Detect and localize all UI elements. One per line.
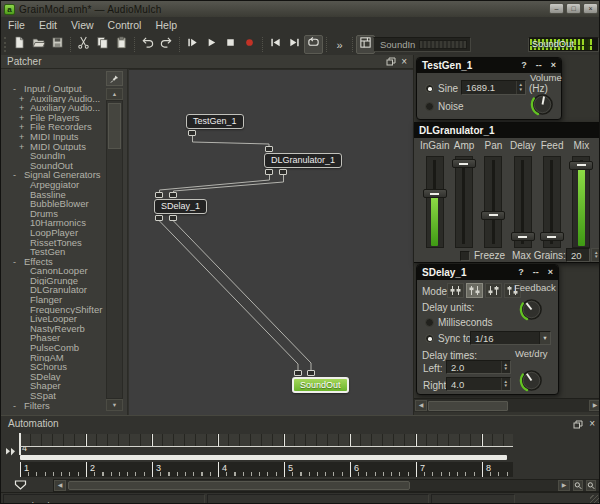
toolbar-grip[interactable] xyxy=(4,37,8,52)
tree-item-10harmonics[interactable]: 10Harmonics xyxy=(1,218,103,228)
timeline-scroll-left[interactable]: ◀ xyxy=(54,480,66,491)
dropdown-arrow-icon[interactable]: ▼ xyxy=(539,332,550,344)
tree-item-arpeggiator[interactable]: Arpeggiator xyxy=(1,180,103,190)
port-dlgranulator-out-l[interactable] xyxy=(265,169,273,175)
spinner-icon[interactable]: ▲▼ xyxy=(501,361,510,373)
new-button[interactable] xyxy=(10,35,29,54)
tree-item-midi-inputs[interactable]: +MIDI Inputs xyxy=(1,132,103,142)
tree-item-digigrunge[interactable]: DigiGrunge xyxy=(1,276,103,286)
mode-button-3[interactable] xyxy=(485,283,502,298)
expand-glyph[interactable]: + xyxy=(19,95,30,104)
tree-item-auxiliary-audio[interactable]: +Auxiliary Audio... xyxy=(1,103,103,113)
panel-sdelay-titlebar[interactable]: SDelay_1 ? -- × xyxy=(417,265,558,280)
sine-radio[interactable] xyxy=(425,84,434,93)
milliseconds-radio[interactable] xyxy=(425,318,434,327)
dock-scroll-right[interactable]: ▶ xyxy=(589,400,600,411)
record-button[interactable] xyxy=(240,35,259,54)
feedback-knob[interactable] xyxy=(519,297,544,324)
tree-item-loopplayer[interactable]: LoopPlayer xyxy=(1,228,103,238)
close-panel-button[interactable]: × xyxy=(548,268,553,277)
overflow-button[interactable]: » xyxy=(330,35,349,54)
zoom-in-button[interactable] xyxy=(573,480,583,491)
tree-item-drums[interactable]: Drums xyxy=(1,209,103,219)
tree-item-flanger[interactable]: Flanger xyxy=(1,295,103,305)
tree-item-dlgranulator[interactable]: DLGranulator xyxy=(1,285,103,295)
panel-testgen-titlebar[interactable]: TestGen_1 ? -- × xyxy=(417,58,561,73)
tree-item-shaper[interactable]: Shaper xyxy=(1,381,103,391)
port-sdelay-in-r[interactable] xyxy=(169,192,177,198)
soundin-selector[interactable]: SoundIn xyxy=(373,37,471,52)
close-pane-icon[interactable]: × xyxy=(401,57,407,67)
tree-item-bassline[interactable]: Bassline xyxy=(1,190,103,200)
node-sdelay[interactable]: SDelay_1 xyxy=(154,199,207,214)
port-dlgranulator-in[interactable] xyxy=(265,146,273,152)
automation-bar-grid[interactable] xyxy=(20,434,513,447)
play-button[interactable] xyxy=(202,35,221,54)
tree-item-file-recorders[interactable]: +File Recorders xyxy=(1,122,103,132)
timeline-ruler[interactable]: 12345678 xyxy=(20,462,513,477)
mode-button-2[interactable] xyxy=(466,283,483,298)
spinner-icon[interactable]: ▲▼ xyxy=(501,378,510,390)
help-button[interactable]: ? xyxy=(521,61,527,70)
tree-scroll-thumb[interactable] xyxy=(108,103,121,149)
slider-thumb-ingain[interactable] xyxy=(423,189,447,198)
menu-help[interactable]: Help xyxy=(148,18,184,32)
loop-region-bar[interactable] xyxy=(20,455,507,460)
tree-item-nastyreverb[interactable]: NastyReverb xyxy=(1,324,103,334)
collapse-glyph[interactable]: - xyxy=(13,171,24,180)
tree-item-ringam[interactable]: RingAM xyxy=(1,353,103,363)
sync-value-dropdown[interactable]: 1/16 ▼ xyxy=(470,331,551,345)
collapse-glyph[interactable]: - xyxy=(13,85,24,94)
port-soundout-in-r[interactable] xyxy=(307,370,315,376)
right-delay-field[interactable]: 4.0 ▲▼ xyxy=(446,377,511,391)
float-pane-icon[interactable] xyxy=(573,415,583,433)
maximize-button[interactable]: □ xyxy=(566,3,581,14)
expand-glyph[interactable]: + xyxy=(19,104,30,113)
spinner-icon[interactable]: ▲▼ xyxy=(516,81,525,94)
close-button[interactable]: × xyxy=(583,3,598,14)
float-pane-icon[interactable] xyxy=(386,57,396,66)
tree-item-phaser[interactable]: Phaser xyxy=(1,333,103,343)
tree-item-canonlooper[interactable]: CanonLooper xyxy=(1,266,103,276)
mode-button-1[interactable] xyxy=(447,283,464,298)
play-from-start-button[interactable] xyxy=(183,35,202,54)
pin-button[interactable] xyxy=(106,71,123,86)
tree-item-livelooper[interactable]: LiveLooper xyxy=(1,314,103,324)
noise-radio[interactable] xyxy=(425,102,434,111)
dock-scroll-thumb[interactable] xyxy=(428,401,508,411)
help-button[interactable]: ? xyxy=(518,268,524,277)
open-button[interactable] xyxy=(29,35,48,54)
tree-item-soundout[interactable]: SoundOut xyxy=(1,161,103,171)
tree-item-bubbleblower[interactable]: BubbleBlower xyxy=(1,199,103,209)
tree-item-input-output[interactable]: -Input / Output xyxy=(1,84,103,94)
node-soundout[interactable]: SoundOut xyxy=(292,377,349,393)
expand-glyph[interactable]: + xyxy=(19,143,30,152)
tree-item-signal-generators[interactable]: -Signal Generators xyxy=(1,170,103,180)
menu-file[interactable]: File xyxy=(1,18,32,32)
tree-item-sspat[interactable]: SSpat xyxy=(1,391,103,401)
port-sdelay-in-l[interactable] xyxy=(155,192,163,198)
close-panel-button[interactable]: × xyxy=(551,61,556,70)
tree-scroll-down[interactable]: ▼ xyxy=(106,399,123,411)
tree-item-auxiliary-audio[interactable]: +Auxiliary Audio... xyxy=(1,94,103,104)
port-soundout-in-l[interactable] xyxy=(294,370,302,376)
slider-thumb-amp[interactable] xyxy=(452,159,476,168)
collapse-glyph[interactable]: - xyxy=(13,402,24,411)
menu-view[interactable]: View xyxy=(64,18,101,32)
slider-thumb-pan[interactable] xyxy=(481,211,505,220)
go-end-button[interactable] xyxy=(285,35,304,54)
tree-item-effects[interactable]: -Effects xyxy=(1,257,103,267)
cut-button[interactable] xyxy=(74,35,93,54)
node-testgen[interactable]: TestGen_1 xyxy=(186,114,244,129)
tree-item-rissettones[interactable]: RissetTones xyxy=(1,238,103,248)
port-sdelay-out-l[interactable] xyxy=(155,215,163,221)
zoom-out-button[interactable] xyxy=(586,480,596,491)
slider-thumb-delay[interactable] xyxy=(511,232,535,241)
slider-track-amp[interactable] xyxy=(455,156,473,248)
timeline-scroll-right[interactable]: ▶ xyxy=(558,480,570,491)
copy-button[interactable] xyxy=(93,35,112,54)
collapse-button[interactable]: -- xyxy=(533,268,539,277)
tree-scroll-up[interactable]: ▲ xyxy=(106,88,123,100)
tree-item-sdelay[interactable]: SDelay xyxy=(1,372,103,382)
slider-track-pan[interactable] xyxy=(484,156,502,248)
